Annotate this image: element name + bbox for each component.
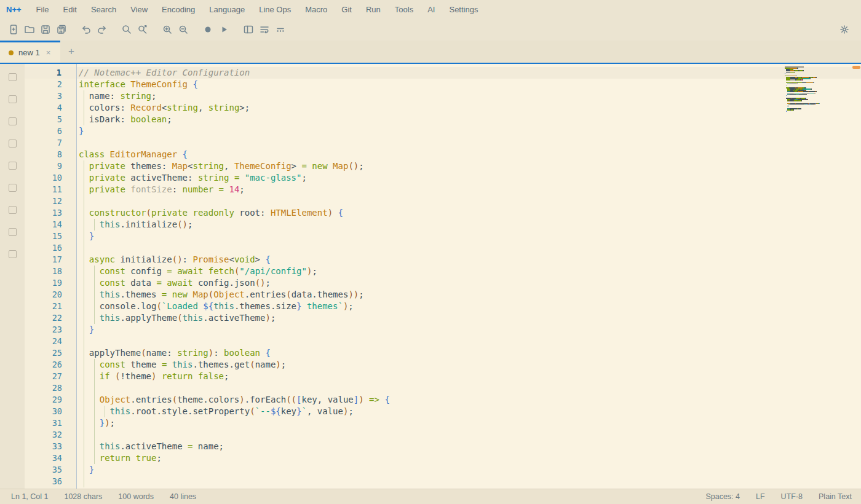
split-view-icon[interactable] — [240, 22, 256, 37]
line-content[interactable]: // Notemac++ Editor Configuration — [77, 67, 861, 79]
line-content[interactable]: this.themes = new Map(Object.entries(dat… — [77, 289, 861, 301]
menu-view[interactable]: View — [130, 5, 148, 14]
undo-icon[interactable] — [78, 22, 94, 37]
indent-guide — [94, 277, 95, 289]
line-content[interactable]: this.root.style.setProperty(`--${key}`, … — [77, 406, 861, 417]
line-content[interactable] — [77, 429, 861, 441]
redo-icon[interactable] — [94, 22, 110, 37]
line-content[interactable]: } — [77, 324, 861, 336]
line-content[interactable]: }); — [77, 417, 861, 429]
line-content[interactable]: const data = await config.json(); — [77, 277, 861, 289]
menu-file[interactable]: File — [36, 5, 49, 14]
replace-icon[interactable] — [135, 22, 151, 37]
indent-guide — [84, 114, 84, 125]
line-text: private activeTheme: string = "mac-glass… — [79, 172, 307, 184]
margin-marker-icon — [9, 162, 17, 170]
code-line: 24 — [25, 336, 861, 347]
menu-search[interactable]: Search — [91, 5, 116, 14]
editor[interactable]: 1// Notemac++ Editor Configuration2inter… — [25, 64, 861, 489]
menu-tools[interactable]: Tools — [395, 5, 413, 14]
menu-line-ops[interactable]: Line Ops — [259, 5, 291, 14]
line-content[interactable]: Object.entries(theme.colors).forEach(([k… — [77, 394, 861, 406]
line-content[interactable]: constructor(private readonly root: HTMLE… — [77, 207, 861, 219]
save-icon[interactable] — [38, 22, 54, 37]
line-content[interactable]: colors: Record<string, string>; — [77, 102, 861, 114]
run-macro-icon[interactable] — [216, 22, 232, 37]
code-line: 5isDark: boolean; — [25, 114, 861, 125]
new-file-icon[interactable] — [6, 22, 22, 37]
word-wrap-icon[interactable] — [256, 22, 272, 37]
line-content[interactable] — [77, 195, 861, 207]
indent-guide — [94, 371, 95, 382]
scrollbar-thumb[interactable] — [852, 66, 860, 69]
line-content[interactable] — [77, 242, 861, 254]
code-line: 32 — [25, 429, 861, 441]
line-number: 19 — [25, 277, 77, 289]
line-content[interactable]: } — [77, 125, 861, 137]
line-content[interactable] — [77, 382, 861, 394]
line-content[interactable]: private themes: Map<string, ThemeConfig>… — [77, 160, 861, 172]
code-view[interactable]: 1// Notemac++ Editor Configuration2inter… — [25, 64, 861, 487]
line-content[interactable]: isDark: boolean; — [77, 114, 861, 125]
menu-bar: N++ FileEditSearchViewEncodingLanguageLi… — [0, 0, 861, 18]
menu-macro[interactable]: Macro — [305, 5, 327, 14]
line-content[interactable]: this.initialize(); — [77, 219, 861, 230]
line-content[interactable]: private fontSize: number = 14; — [77, 184, 861, 195]
zoom-in-icon[interactable] — [159, 22, 175, 37]
theme-toggle-sun-icon[interactable] — [836, 22, 852, 37]
search-icon[interactable] — [119, 22, 135, 37]
line-content[interactable]: applyTheme(name: string): boolean { — [77, 347, 861, 359]
line-content[interactable]: return true; — [77, 452, 861, 464]
line-content[interactable]: async initialize(): Promise<void> { — [77, 254, 861, 266]
open-file-icon[interactable] — [22, 22, 38, 37]
line-content[interactable]: interface ThemeConfig { — [77, 79, 861, 90]
line-content[interactable]: if (!theme) return false; — [77, 371, 861, 382]
line-text: colors: Record<string, string>; — [79, 102, 250, 114]
menu-edit[interactable]: Edit — [63, 5, 77, 14]
close-tab-icon[interactable]: × — [46, 48, 51, 57]
line-text: const theme = this.themes.get(name); — [79, 359, 286, 371]
line-content[interactable] — [77, 336, 861, 347]
menu-run[interactable]: Run — [366, 5, 381, 14]
menu-ai[interactable]: AI — [427, 5, 435, 14]
minimap[interactable] — [785, 66, 823, 114]
line-content[interactable]: } — [77, 464, 861, 476]
line-content[interactable]: const config = await fetch("/api/config"… — [77, 266, 861, 277]
line-content[interactable]: class EditorManager { — [77, 149, 861, 160]
menu-git[interactable]: Git — [341, 5, 352, 14]
line-number: 23 — [25, 324, 77, 336]
line-content[interactable] — [77, 476, 861, 487]
line-text: constructor(private readonly root: HTMLE… — [79, 207, 343, 219]
code-line: 23} — [25, 324, 861, 336]
menu-items: FileEditSearchViewEncodingLanguageLine O… — [36, 5, 478, 14]
line-content[interactable]: this.applyTheme(this.activeTheme); — [77, 312, 861, 324]
line-content[interactable]: const theme = this.themes.get(name); — [77, 359, 861, 371]
more-options-icon[interactable] — [272, 22, 288, 37]
line-number: 9 — [25, 160, 77, 172]
line-text: const data = await config.json(); — [79, 277, 271, 289]
indent-guide — [84, 301, 84, 312]
line-content[interactable]: name: string; — [77, 90, 861, 102]
zoom-out-icon[interactable] — [175, 22, 191, 37]
code-line: 34return true; — [25, 452, 861, 464]
record-macro-icon[interactable] — [200, 22, 216, 37]
code-line: 7 — [25, 137, 861, 149]
line-text: Object.entries(theme.colors).forEach(([k… — [79, 394, 390, 406]
menu-language[interactable]: Language — [209, 5, 245, 14]
line-content[interactable]: } — [77, 230, 861, 242]
line-content[interactable]: console.log(`Loaded ${this.themes.size} … — [77, 301, 861, 312]
line-number: 28 — [25, 382, 77, 394]
line-content[interactable]: this.activeTheme = name; — [77, 441, 861, 452]
line-number: 36 — [25, 476, 77, 487]
new-tab-button[interactable]: + — [60, 41, 82, 63]
tab-new-1[interactable]: new 1 × — [0, 41, 60, 63]
indent-guide — [84, 417, 84, 429]
tab-bar: new 1 × + — [0, 41, 861, 64]
line-content[interactable]: private activeTheme: string = "mac-glass… — [77, 172, 861, 184]
line-text: class EditorManager { — [79, 149, 188, 160]
line-content[interactable] — [77, 137, 861, 149]
menu-settings[interactable]: Settings — [449, 5, 478, 14]
menu-encoding[interactable]: Encoding — [162, 5, 195, 14]
save-all-icon[interactable] — [54, 22, 69, 37]
minimap-line — [785, 112, 823, 113]
